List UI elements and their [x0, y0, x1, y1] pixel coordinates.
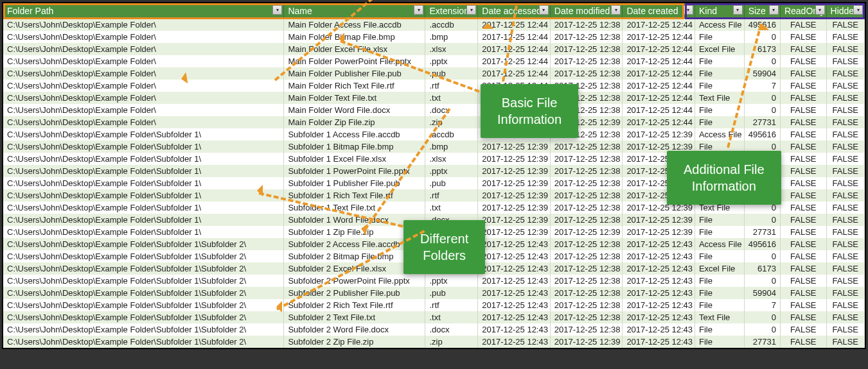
- cell-name[interactable]: Main Folder Bitmap File.bmp: [284, 31, 425, 43]
- table-row[interactable]: C:\Users\John\Desktop\Example Folder\Sub…: [3, 336, 865, 348]
- cell-readonly[interactable]: FALSE: [780, 43, 826, 55]
- cell-readonly[interactable]: FALSE: [780, 165, 826, 177]
- cell-kind[interactable]: Excel File: [695, 153, 744, 165]
- cell-name[interactable]: Subfolder 1 Excel File.xlsx: [284, 153, 425, 165]
- cell-hidden[interactable]: FALSE: [826, 214, 864, 226]
- cell-readonly[interactable]: FALSE: [780, 67, 826, 80]
- cell-folder[interactable]: C:\Users\John\Desktop\Example Folder\Sub…: [3, 189, 284, 202]
- cell-name[interactable]: Subfolder 1 Access File.accdb: [284, 128, 425, 141]
- cell-readonly[interactable]: FALSE: [780, 323, 826, 336]
- cell-hidden[interactable]: FALSE: [826, 128, 864, 141]
- cell-hidden[interactable]: FALSE: [826, 250, 864, 262]
- cell-folder[interactable]: C:\Users\John\Desktop\Example Folder\: [3, 67, 284, 80]
- cell-readonly[interactable]: FALSE: [780, 116, 826, 128]
- filter-dropdown-icon[interactable]: ▾: [539, 5, 549, 15]
- cell-readonly[interactable]: FALSE: [780, 80, 826, 92]
- cell-size[interactable]: 0: [744, 165, 780, 177]
- cell-size[interactable]: 27731: [744, 336, 780, 348]
- cell-size[interactable]: 6173: [744, 262, 780, 275]
- cell-created[interactable]: 2017-12-25 12:39: [623, 153, 695, 165]
- cell-created[interactable]: 2017-12-25 12:44: [623, 104, 695, 116]
- filter-dropdown-icon[interactable]: ▾: [414, 5, 423, 15]
- cell-created[interactable]: 2017-12-25 12:39: [623, 177, 695, 189]
- col-header-ext[interactable]: Extension▾: [425, 3, 478, 19]
- cell-modified[interactable]: 2017-12-25 12:38: [550, 189, 623, 202]
- cell-size[interactable]: 6173: [744, 43, 780, 55]
- cell-readonly[interactable]: FALSE: [780, 299, 826, 311]
- cell-name[interactable]: Main Folder Publisher File.pub: [284, 67, 425, 80]
- cell-ext[interactable]: .xlsx: [425, 262, 478, 275]
- cell-kind[interactable]: File: [695, 31, 744, 43]
- cell-ext[interactable]: .rtf: [425, 80, 478, 92]
- cell-name[interactable]: Subfolder 2 PowerPoint File.pptx: [284, 275, 425, 287]
- cell-folder[interactable]: C:\Users\John\Desktop\Example Folder\Sub…: [3, 323, 284, 336]
- cell-name[interactable]: Main Folder Access File.accdb: [284, 19, 425, 31]
- cell-folder[interactable]: C:\Users\John\Desktop\Example Folder\Sub…: [3, 336, 284, 348]
- cell-modified[interactable]: 2017-12-25 12:39: [550, 116, 623, 128]
- cell-kind[interactable]: File: [695, 189, 744, 202]
- cell-modified[interactable]: 2017-12-25 12:38: [550, 92, 623, 104]
- table-row[interactable]: C:\Users\John\Desktop\Example Folder\Sub…: [3, 287, 865, 299]
- cell-ext[interactable]: .zip: [425, 226, 478, 238]
- cell-accessed[interactable]: 2017-12-25 12:44: [478, 43, 551, 55]
- cell-name[interactable]: Main Folder Text File.txt: [284, 92, 425, 104]
- cell-accessed[interactable]: 2017-12-25 12:39: [478, 189, 551, 202]
- cell-readonly[interactable]: FALSE: [780, 104, 826, 116]
- cell-created[interactable]: 2017-12-25 12:43: [623, 250, 695, 262]
- col-header-size[interactable]: Size▾: [744, 3, 780, 19]
- cell-readonly[interactable]: FALSE: [780, 336, 826, 348]
- cell-kind[interactable]: File: [695, 55, 744, 67]
- cell-readonly[interactable]: FALSE: [780, 141, 826, 153]
- cell-size[interactable]: 495616: [744, 19, 780, 31]
- cell-accessed[interactable]: 2017-12-25 12:44: [478, 104, 551, 116]
- col-header-created[interactable]: Date created▾: [623, 3, 695, 19]
- cell-modified[interactable]: 2017-12-25 12:38: [550, 250, 623, 262]
- cell-folder[interactable]: C:\Users\John\Desktop\Example Folder\Sub…: [3, 287, 284, 299]
- cell-size[interactable]: 0: [744, 250, 780, 262]
- cell-hidden[interactable]: FALSE: [826, 189, 864, 202]
- cell-name[interactable]: Subfolder 2 Excel File.xlsx: [284, 262, 425, 275]
- cell-modified[interactable]: 2017-12-25 12:38: [550, 31, 623, 43]
- cell-ext[interactable]: .zip: [425, 336, 478, 348]
- cell-accessed[interactable]: 2017-12-25 12:43: [478, 287, 551, 299]
- cell-kind[interactable]: File: [695, 141, 744, 153]
- cell-created[interactable]: 2017-12-25 12:44: [623, 43, 695, 55]
- cell-modified[interactable]: 2017-12-25 12:38: [550, 287, 623, 299]
- cell-folder[interactable]: C:\Users\John\Desktop\Example Folder\: [3, 19, 284, 31]
- table-row[interactable]: C:\Users\John\Desktop\Example Folder\Sub…: [3, 153, 865, 165]
- filter-dropdown-icon[interactable]: ▾: [853, 5, 863, 15]
- table-row[interactable]: C:\Users\John\Desktop\Example Folder\Mai…: [3, 104, 865, 116]
- table-row[interactable]: C:\Users\John\Desktop\Example Folder\Sub…: [3, 262, 865, 275]
- cell-readonly[interactable]: FALSE: [780, 238, 826, 250]
- cell-readonly[interactable]: FALSE: [780, 262, 826, 275]
- cell-hidden[interactable]: FALSE: [826, 275, 864, 287]
- cell-folder[interactable]: C:\Users\John\Desktop\Example Folder\Sub…: [3, 177, 284, 189]
- filter-dropdown-icon[interactable]: ▾: [611, 5, 621, 15]
- filter-dropdown-icon[interactable]: ▾: [769, 5, 779, 15]
- cell-ext[interactable]: .bmp: [425, 250, 478, 262]
- cell-folder[interactable]: C:\Users\John\Desktop\Example Folder\: [3, 80, 284, 92]
- table-row[interactable]: C:\Users\John\Desktop\Example Folder\Mai…: [3, 19, 865, 31]
- cell-created[interactable]: 2017-12-25 12:39: [623, 128, 695, 141]
- cell-name[interactable]: Main Folder Word File.docx: [284, 104, 425, 116]
- cell-hidden[interactable]: FALSE: [826, 153, 864, 165]
- cell-modified[interactable]: 2017-12-25 12:38: [550, 214, 623, 226]
- cell-hidden[interactable]: FALSE: [826, 287, 864, 299]
- cell-accessed[interactable]: 2017-12-25 12:39: [478, 226, 551, 238]
- cell-created[interactable]: 2017-12-25 12:44: [623, 92, 695, 104]
- cell-readonly[interactable]: FALSE: [780, 226, 826, 238]
- cell-size[interactable]: 0: [744, 92, 780, 104]
- cell-readonly[interactable]: FALSE: [780, 92, 826, 104]
- cell-folder[interactable]: C:\Users\John\Desktop\Example Folder\Sub…: [3, 238, 284, 250]
- cell-folder[interactable]: C:\Users\John\Desktop\Example Folder\Sub…: [3, 202, 284, 214]
- cell-ext[interactable]: .pub: [425, 287, 478, 299]
- table-row[interactable]: C:\Users\John\Desktop\Example Folder\Sub…: [3, 189, 865, 202]
- table-row[interactable]: C:\Users\John\Desktop\Example Folder\Mai…: [3, 116, 865, 128]
- cell-hidden[interactable]: FALSE: [826, 92, 864, 104]
- cell-readonly[interactable]: FALSE: [780, 275, 826, 287]
- cell-hidden[interactable]: FALSE: [826, 238, 864, 250]
- cell-modified[interactable]: 2017-12-25 12:38: [550, 262, 623, 275]
- cell-ext[interactable]: .bmp: [425, 31, 478, 43]
- cell-accessed[interactable]: 2017-12-25 12:44: [478, 31, 551, 43]
- cell-modified[interactable]: 2017-12-25 12:38: [550, 80, 623, 92]
